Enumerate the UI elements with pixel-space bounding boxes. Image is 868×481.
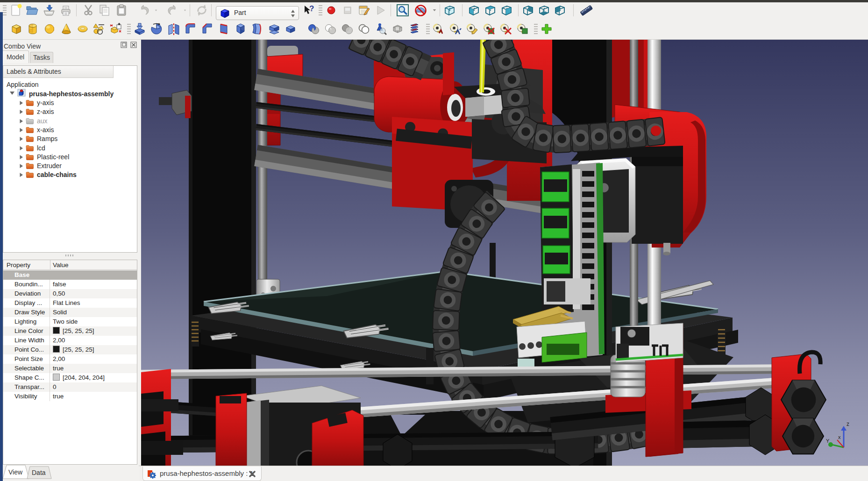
svg-text:z: z — [847, 421, 849, 427]
svg-text:View: View — [8, 468, 23, 476]
svg-text:Y: Y — [826, 438, 830, 444]
svg-text:?: ? — [309, 4, 314, 13]
svg-text:Data: Data — [32, 469, 46, 476]
svg-text:x: x — [838, 434, 841, 440]
